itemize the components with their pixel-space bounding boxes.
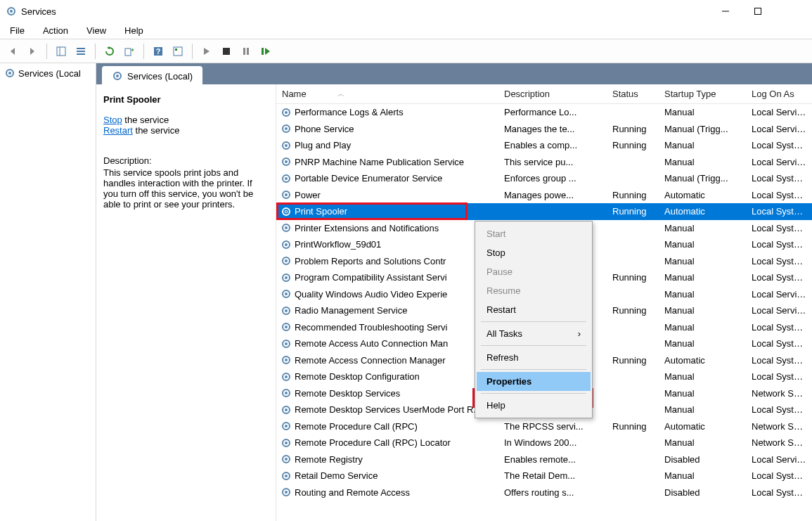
service-logon: Local System xyxy=(746,173,812,184)
service-row[interactable]: Portable Device Enumerator ServiceEnforc… xyxy=(276,170,812,187)
forward-button[interactable] xyxy=(24,43,41,60)
toolbar: ? xyxy=(0,39,812,63)
tree-root[interactable]: Services (Local xyxy=(1,66,94,80)
service-row[interactable]: Retail Demo ServiceThe Retail Dem...Manu… xyxy=(276,468,812,484)
service-logon: Local System xyxy=(746,470,812,481)
col-status[interactable]: Status xyxy=(607,89,659,99)
service-row[interactable]: Routing and Remote AccessOffers routing … xyxy=(276,484,812,501)
tab-services-local[interactable]: Services (Local) xyxy=(102,66,202,84)
menu-view[interactable]: View xyxy=(84,24,109,37)
service-logon: Local System xyxy=(746,190,812,200)
ctx-pause: Pause xyxy=(477,262,591,281)
restart-service-link[interactable]: Restart xyxy=(103,125,133,136)
minimize-button[interactable] xyxy=(709,1,742,22)
svg-point-55 xyxy=(285,375,288,378)
context-menu: Start Stop Pause Resume Restart All Task… xyxy=(475,221,593,418)
service-name: Remote Access Auto Connection Man xyxy=(295,338,448,349)
service-status: Running xyxy=(607,206,659,217)
svg-point-67 xyxy=(285,475,288,477)
service-name: Remote Access Connection Manager xyxy=(295,355,446,366)
service-logon: Local System xyxy=(746,338,812,349)
service-startup: Automatic xyxy=(659,206,746,217)
menu-action[interactable]: Action xyxy=(40,24,71,37)
pause-service-button[interactable] xyxy=(238,43,254,60)
service-logon: Network Se... xyxy=(746,388,812,399)
service-row[interactable]: PNRP Machine Name Publication ServiceThi… xyxy=(276,154,812,171)
restart-service-button[interactable] xyxy=(257,43,274,60)
service-name: Remote Desktop Services UserMode Port R.… xyxy=(295,404,481,415)
menu-file[interactable]: File xyxy=(7,24,27,37)
service-row[interactable]: Plug and PlayEnables a comp...RunningMan… xyxy=(276,137,812,154)
service-row[interactable]: Print SpoolerRunningAutomaticLocal Syste… xyxy=(276,203,812,220)
service-startup: Automatic xyxy=(659,355,746,366)
properties-button-toolbar[interactable] xyxy=(169,43,186,60)
refresh-button[interactable] xyxy=(101,43,118,60)
service-desc: Performance Lo... xyxy=(498,107,607,117)
ctx-refresh[interactable]: Refresh xyxy=(477,348,591,367)
service-logon: Local System xyxy=(746,355,812,366)
help-button[interactable]: ? xyxy=(150,43,167,60)
col-name[interactable]: Name︿ xyxy=(276,89,498,99)
service-logon: Network Se... xyxy=(746,437,812,448)
svg-point-25 xyxy=(285,127,288,130)
service-row[interactable]: Phone ServiceManages the te...RunningMan… xyxy=(276,121,812,138)
svg-rect-4 xyxy=(57,47,65,56)
service-desc: Enforces group ... xyxy=(498,173,607,184)
service-startup: Disabled xyxy=(659,454,746,465)
service-desc: Manages powe... xyxy=(498,190,607,200)
svg-rect-16 xyxy=(247,48,249,55)
service-startup: Manual xyxy=(659,140,746,150)
details-view-button[interactable] xyxy=(72,43,89,60)
col-description[interactable]: Description xyxy=(498,89,607,99)
svg-point-69 xyxy=(285,491,288,494)
service-row[interactable]: Remote Procedure Call (RPC) LocatorIn Wi… xyxy=(276,435,812,451)
stop-service-button[interactable] xyxy=(218,43,235,60)
service-status: Running xyxy=(607,124,659,134)
service-desc: The Retail Dem... xyxy=(498,470,607,481)
service-startup: Manual xyxy=(659,239,746,250)
service-row[interactable]: Remote RegistryEnables remote...Disabled… xyxy=(276,451,812,468)
ctx-all-tasks[interactable]: All Tasks› xyxy=(477,324,591,343)
service-name: Radio Management Service xyxy=(295,305,407,316)
start-service-button[interactable] xyxy=(198,43,215,60)
col-logon[interactable]: Log On As xyxy=(746,89,812,99)
ctx-help[interactable]: Help xyxy=(477,396,591,415)
service-startup: Manual xyxy=(659,404,746,415)
service-name: Retail Demo Service xyxy=(295,470,378,481)
ctx-properties[interactable]: Properties xyxy=(477,372,591,391)
ctx-stop[interactable]: Stop xyxy=(477,243,591,262)
stop-link-row: Stop the service xyxy=(103,115,269,125)
svg-rect-13 xyxy=(175,49,177,51)
svg-rect-8 xyxy=(77,53,85,55)
service-logon: Local System xyxy=(746,206,812,217)
service-startup: Manual (Trigg... xyxy=(659,173,746,184)
service-desc: This service pu... xyxy=(498,157,607,167)
service-row[interactable]: Performance Logs & AlertsPerformance Lo.… xyxy=(276,104,812,121)
service-row[interactable]: Remote Procedure Call (RPC)The RPCSS ser… xyxy=(276,418,812,435)
service-logon: Local System xyxy=(746,322,812,333)
svg-point-33 xyxy=(285,193,288,196)
tab-header: Services (Local) xyxy=(96,63,812,84)
service-startup: Manual xyxy=(659,157,746,167)
service-desc: Offers routing s... xyxy=(498,487,607,498)
service-desc: Enables a comp... xyxy=(498,140,607,150)
svg-rect-14 xyxy=(223,48,230,55)
col-startup[interactable]: Startup Type xyxy=(659,89,746,99)
maximize-button[interactable] xyxy=(742,1,774,22)
menubar: File Action View Help xyxy=(0,22,812,39)
svg-point-41 xyxy=(285,259,288,262)
show-hide-tree-button[interactable] xyxy=(53,43,70,60)
stop-service-link[interactable]: Stop xyxy=(103,115,122,125)
export-button[interactable] xyxy=(121,43,138,60)
svg-rect-15 xyxy=(243,48,245,55)
service-startup: Manual xyxy=(659,305,746,316)
service-name: Portable Device Enumerator Service xyxy=(295,173,442,184)
service-desc: The RPCSS servi... xyxy=(498,421,607,432)
window-title: Services xyxy=(21,6,56,17)
back-button[interactable] xyxy=(4,43,21,60)
titlebar: Services xyxy=(0,0,812,22)
menu-help[interactable]: Help xyxy=(122,24,146,37)
service-status: Running xyxy=(607,305,659,316)
service-row[interactable]: PowerManages powe...RunningAutomaticLoca… xyxy=(276,187,812,204)
ctx-restart[interactable]: Restart xyxy=(477,300,591,319)
